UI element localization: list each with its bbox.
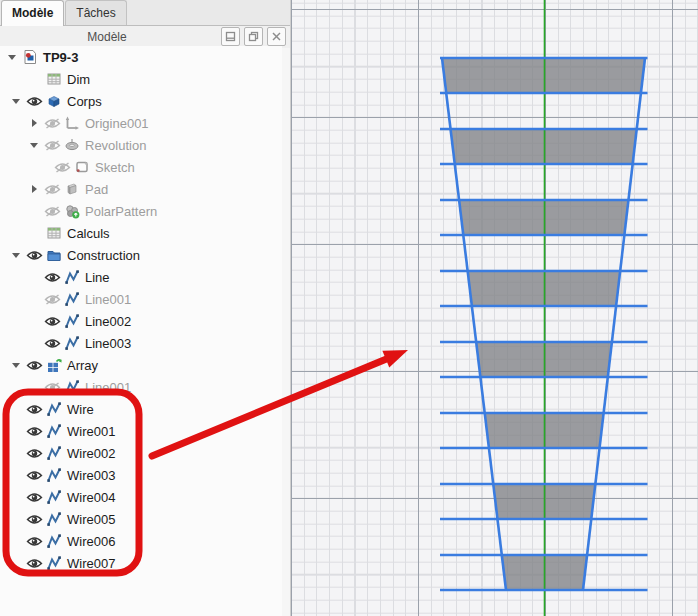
tree-item-label: Dim (67, 72, 90, 87)
line-icon (44, 467, 64, 483)
eye-visible-icon[interactable] (24, 536, 44, 547)
tree-item-label: Array (67, 358, 98, 373)
revolution-icon (62, 137, 82, 153)
line-icon (44, 533, 64, 549)
tree-item-label: Calculs (67, 226, 110, 241)
tree-item-wire005[interactable]: Wire005 (0, 508, 282, 530)
eye-visible-icon[interactable] (42, 316, 62, 327)
eye-visible-icon[interactable] (24, 250, 44, 261)
tree-item-wire[interactable]: Wire (0, 398, 282, 420)
pad-icon (62, 181, 82, 197)
dock-header: Modèle (0, 26, 290, 48)
folder-icon (44, 247, 64, 263)
origin-icon (62, 115, 82, 131)
tree-item-label: Wire004 (67, 490, 115, 505)
tree-item-line002[interactable]: Line002 (0, 310, 282, 332)
tree-item-line001[interactable]: Line001 (0, 376, 282, 398)
expander-right-icon[interactable] (26, 185, 42, 193)
close-button[interactable] (267, 27, 286, 46)
tree-item-wire004[interactable]: Wire004 (0, 486, 282, 508)
eye-hidden-icon[interactable] (42, 184, 62, 195)
eye-visible-icon[interactable] (42, 272, 62, 283)
tree-item-label: Line001 (85, 380, 131, 395)
eye-visible-icon[interactable] (24, 470, 44, 481)
tree-item-pad[interactable]: Pad (0, 178, 282, 200)
dock-window-icon (225, 28, 236, 46)
sketch-icon (72, 159, 92, 175)
line-icon (44, 401, 64, 417)
tree-item-origine001[interactable]: Origine001 (0, 112, 282, 134)
eye-hidden-icon[interactable] (42, 294, 62, 305)
tree-item-label: Corps (67, 94, 102, 109)
line-icon (62, 313, 82, 329)
eye-visible-icon[interactable] (24, 426, 44, 437)
line-icon (44, 555, 64, 571)
tab-taches[interactable]: Tâches (65, 0, 126, 25)
model-tree-panel: Modèle Tâches Modèle TP9-3 Dim Corps (0, 0, 290, 616)
body-icon (44, 93, 64, 109)
eye-visible-icon[interactable] (24, 360, 44, 371)
tree-item-wire006[interactable]: Wire006 (0, 530, 282, 552)
tree-item-line[interactable]: Line (0, 266, 282, 288)
eye-hidden-icon[interactable] (42, 382, 62, 393)
freecad-window: Modèle Tâches Modèle TP9-3 Dim Corps (0, 0, 698, 616)
expander-down-icon[interactable] (8, 253, 24, 258)
line-icon (62, 379, 82, 395)
tree-item-wire007[interactable]: Wire007 (0, 552, 282, 574)
eye-hidden-icon[interactable] (42, 206, 62, 217)
tree-item-wire003[interactable]: Wire003 (0, 464, 282, 486)
tree-item-label: Line003 (85, 336, 131, 351)
tree-item-label: Wire001 (67, 424, 115, 439)
expander-right-icon[interactable] (26, 119, 42, 127)
eye-visible-icon[interactable] (24, 492, 44, 503)
tree-item-dim[interactable]: Dim (0, 68, 282, 90)
tree-item-label: Sketch (95, 160, 135, 175)
tree-item-revolution[interactable]: Revolution (0, 134, 282, 156)
eye-visible-icon[interactable] (24, 514, 44, 525)
eye-visible-icon[interactable] (24, 448, 44, 459)
tree-item-sketch[interactable]: Sketch (0, 156, 282, 178)
expander-down-icon[interactable] (8, 99, 24, 104)
tree-item-line003[interactable]: Line003 (0, 332, 282, 354)
tree-item-label: Pad (85, 182, 108, 197)
float-window-icon (248, 28, 259, 46)
document-icon (20, 49, 40, 65)
tree-item-tp9-3[interactable]: TP9-3 (0, 46, 282, 68)
eye-visible-icon[interactable] (24, 558, 44, 569)
model-tree: TP9-3 Dim Corps Origine001 Revolution Sk… (0, 46, 282, 616)
dock-title: Modèle (0, 26, 214, 48)
expander-down-icon[interactable] (8, 363, 24, 368)
tree-item-wire002[interactable]: Wire002 (0, 442, 282, 464)
tree-item-label: Construction (67, 248, 140, 263)
expander-down-icon[interactable] (4, 55, 20, 60)
tree-item-corps[interactable]: Corps (0, 90, 282, 112)
line-icon (62, 269, 82, 285)
expander-down-icon[interactable] (26, 143, 42, 148)
wire-band[interactable] (442, 58, 645, 93)
eye-visible-icon[interactable] (24, 96, 44, 107)
eye-hidden-icon[interactable] (42, 118, 62, 129)
tree-item-line001[interactable]: Line001 (0, 288, 282, 310)
eye-visible-icon[interactable] (42, 338, 62, 349)
eye-hidden-icon[interactable] (42, 140, 62, 151)
line-icon (44, 489, 64, 505)
viewport-canvas (291, 0, 698, 616)
tab-modele[interactable]: Modèle (1, 0, 64, 26)
line-icon (62, 291, 82, 307)
tree-item-construction[interactable]: Construction (0, 244, 282, 266)
float-button[interactable] (244, 27, 263, 46)
tree-item-wire001[interactable]: Wire001 (0, 420, 282, 442)
wire-band[interactable] (451, 129, 637, 164)
tree-item-label: TP9-3 (43, 50, 78, 65)
tree-item-polarpattern[interactable]: PolarPattern (0, 200, 282, 222)
dock-button[interactable] (221, 27, 240, 46)
3d-viewport[interactable] (290, 0, 698, 616)
tree-item-array[interactable]: Array (0, 354, 282, 376)
line-icon (44, 423, 64, 439)
eye-hidden-icon[interactable] (52, 162, 72, 173)
line-icon (44, 445, 64, 461)
close-icon (271, 28, 282, 46)
tree-item-label: Revolution (85, 138, 146, 153)
eye-visible-icon[interactable] (24, 404, 44, 415)
tree-item-calculs[interactable]: Calculs (0, 222, 282, 244)
